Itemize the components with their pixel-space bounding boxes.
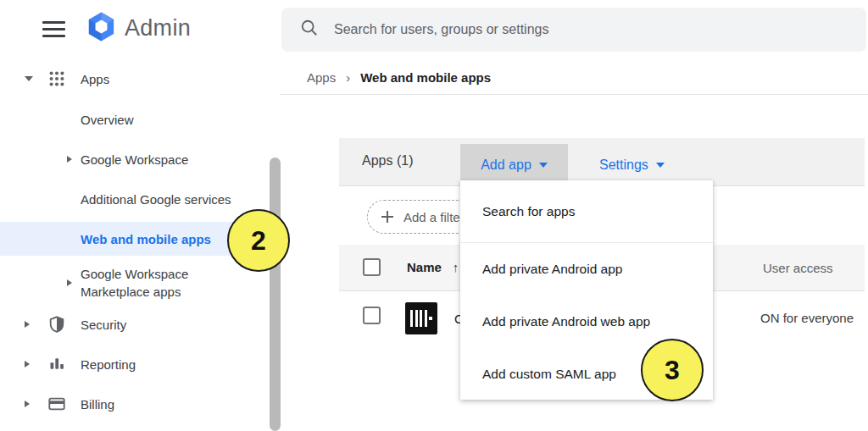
sidebar-scrollbar-thumb[interactable] <box>270 157 281 431</box>
shield-icon <box>47 314 67 334</box>
menu-item-search-for-apps[interactable]: Search for apps <box>460 180 713 242</box>
sidebar-item-google-workspace[interactable]: Google Workspace <box>0 145 270 174</box>
sidebar-item-label: Additional Google services <box>81 191 231 208</box>
sidebar-item-label: Overview <box>81 111 134 129</box>
add-app-label: Add app <box>481 157 531 173</box>
column-header-name[interactable]: Name ↑ <box>407 260 459 274</box>
admin-logo[interactable]: Admin <box>86 11 191 46</box>
header-divider <box>280 94 868 95</box>
search-bar[interactable] <box>281 8 866 52</box>
sidebar-item-security[interactable]: Security <box>0 310 270 339</box>
sidebar-item-label: Security <box>81 316 126 334</box>
bar-chart-icon <box>47 354 67 374</box>
app-logo-icon <box>405 302 437 334</box>
apps-toolbar: Apps (1) Add app Settings <box>339 138 865 186</box>
sidebar-item-billing[interactable]: Billing <box>0 390 270 418</box>
sidebar-item-label: Google Workspace Marketplace apps <box>81 265 209 301</box>
chevron-right-icon <box>67 156 72 163</box>
admin-logo-icon <box>86 11 117 46</box>
step-3-badge: 3 <box>641 339 704 401</box>
breadcrumb-current: Web and mobile apps <box>360 70 491 85</box>
sidebar-item-marketplace-apps[interactable]: Google Workspace Marketplace apps <box>0 264 270 301</box>
settings-label: Settings <box>599 157 648 173</box>
sidebar-item-label: Web and mobile apps <box>81 230 211 248</box>
apps-grid-icon <box>47 69 67 89</box>
step-2-badge: 2 <box>227 209 290 272</box>
breadcrumb: Apps › Web and mobile apps <box>307 69 491 86</box>
chevron-down-icon <box>539 163 548 168</box>
sort-ascending-icon: ↑ <box>453 260 459 274</box>
menu-item-add-private-android-app[interactable]: Add private Android app <box>460 243 713 296</box>
sidebar-item-overview[interactable]: Overview <box>0 105 270 134</box>
breadcrumb-apps-link[interactable]: Apps <box>307 70 336 85</box>
hamburger-menu-icon[interactable] <box>42 21 65 37</box>
name-header-label: Name <box>407 260 442 274</box>
chevron-right-icon <box>67 279 72 286</box>
column-header-user-access: User access <box>763 261 833 275</box>
chevron-right-icon <box>25 401 30 407</box>
row-checkbox[interactable] <box>363 307 381 324</box>
user-access-value: ON for everyone <box>760 311 854 325</box>
sidebar-item-apps[interactable]: Apps <box>0 64 270 93</box>
sidebar-item-label: Reporting <box>81 356 136 373</box>
sidebar-item-label: Apps <box>81 70 109 88</box>
sidebar-item-additional-google-services[interactable]: Additional Google services <box>0 185 270 213</box>
chevron-right-icon <box>25 321 30 328</box>
search-input[interactable] <box>334 22 809 37</box>
breadcrumb-separator: › <box>346 70 350 85</box>
sidebar-item-label: Billing <box>81 395 114 413</box>
apps-count-title: Apps (1) <box>362 153 413 169</box>
chevron-right-icon <box>25 361 30 367</box>
credit-card-icon <box>47 394 67 414</box>
chevron-down-icon <box>25 76 33 81</box>
sidebar-item-label: Google Workspace <box>81 151 188 169</box>
brand-title: Admin <box>125 15 191 41</box>
admin-console: Admin Apps › Web and mobile apps Apps Ov… <box>0 0 868 431</box>
chevron-down-icon <box>656 163 665 168</box>
plus-icon <box>381 211 393 223</box>
select-all-checkbox[interactable] <box>363 258 381 276</box>
add-filter-label: Add a filter <box>403 210 465 224</box>
search-icon <box>300 19 319 41</box>
sidebar-item-reporting[interactable]: Reporting <box>0 350 270 379</box>
